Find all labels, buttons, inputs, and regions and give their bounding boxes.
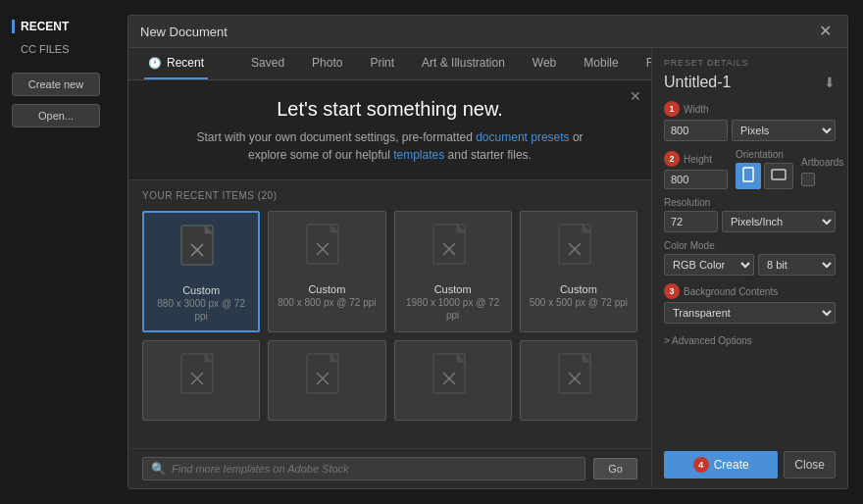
hero-banner: ✕ Let's start something new. Start with …: [128, 80, 651, 180]
resolution-input[interactable]: [664, 211, 718, 232]
close-dialog-button[interactable]: Close: [784, 451, 836, 479]
save-preset-icon[interactable]: ⬇: [824, 75, 836, 90]
tab-film-video[interactable]: Film & Video: [642, 48, 651, 79]
search-bar: 🔍 Go: [128, 448, 651, 488]
preset-details-panel: PRESET DETAILS Untitled-1 ⬇ 1 Width Pixe…: [651, 48, 847, 488]
recent-item-label-0: Custom 880 x 3000 px @ 72 ppi: [152, 283, 250, 323]
width-field-group: 1 Width Pixels Inches cm mm: [664, 101, 836, 141]
create-button[interactable]: 4 Create: [664, 451, 778, 479]
action-buttons-row: 4 Create Close: [664, 443, 836, 479]
doc-icon-4: [179, 353, 223, 406]
height-orientation-group: 2 Height Orientation: [664, 149, 836, 189]
dialog-title: New Document: [140, 25, 228, 39]
recent-item-2[interactable]: Custom 1980 x 1000 px @ 72 ppi: [394, 211, 512, 332]
preset-name-row: Untitled-1 ⬇: [664, 74, 836, 91]
doc-icon-2: [432, 224, 475, 277]
tab-print[interactable]: Print: [366, 48, 398, 79]
recent-header: YOUR RECENT ITEMS (20): [142, 190, 637, 201]
recent-item-label-3: Custom 500 x 500 px @ 72 ppi: [530, 282, 628, 309]
recent-item-4[interactable]: [142, 340, 260, 421]
resolution-input-row: Pixels/Inch Pixels/Cm: [664, 211, 836, 232]
recent-item-label-1: Custom 800 x 800 px @ 72 ppi: [278, 282, 376, 309]
search-go-button[interactable]: Go: [593, 458, 637, 479]
resolution-label: Resolution: [664, 197, 836, 208]
create-new-button[interactable]: Create new: [12, 73, 100, 96]
step-badge-1: 1: [664, 101, 680, 117]
recent-item-3[interactable]: Custom 500 x 500 px @ 72 ppi: [520, 211, 637, 332]
height-label: 2 Height: [664, 151, 728, 167]
dialog-left-panel: 🕐 Recent Saved Photo Print Art & Illustr…: [128, 48, 651, 488]
hero-link-presets[interactable]: document presets: [476, 130, 569, 144]
sidebar-recent-label: RECENT: [21, 20, 69, 33]
sidebar-recent-section: RECENT: [12, 20, 116, 33]
portrait-button[interactable]: [736, 163, 761, 189]
dialog-body: 🕐 Recent Saved Photo Print Art & Illustr…: [128, 48, 847, 488]
width-label: 1 Width: [664, 101, 836, 117]
search-icon: 🔍: [151, 462, 166, 476]
bg-contents-field-group: 3 Background Contents Transparent White …: [664, 283, 836, 324]
tab-saved[interactable]: Saved: [247, 48, 288, 79]
dialog-close-button[interactable]: ✕: [815, 24, 836, 39]
hero-close-button[interactable]: ✕: [630, 88, 641, 104]
tab-art-illustration[interactable]: Art & Illustration: [418, 48, 509, 79]
tabs-bar: 🕐 Recent Saved Photo Print Art & Illustr…: [128, 48, 651, 80]
svg-rect-25: [772, 170, 786, 179]
bg-contents-select[interactable]: Transparent White Background Color: [664, 302, 836, 324]
preset-section-label: PRESET DETAILS: [664, 58, 836, 68]
recent-item-5[interactable]: [268, 340, 385, 421]
tab-photo[interactable]: Photo: [308, 48, 346, 79]
doc-icon-5: [305, 353, 348, 406]
doc-icon-7: [557, 353, 600, 406]
doc-icon-6: [432, 353, 475, 406]
color-mode-field-group: Color Mode RGB Color CMYK Color Grayscal…: [664, 240, 836, 276]
sidebar: RECENT CC FILES Create new Open...: [0, 0, 127, 504]
landscape-button[interactable]: [764, 163, 793, 189]
tab-mobile[interactable]: Mobile: [580, 48, 622, 79]
recent-item-7[interactable]: [520, 340, 637, 421]
resolution-unit-select[interactable]: Pixels/Inch Pixels/Cm: [722, 211, 836, 232]
new-document-dialog: New Document ✕ 🕐 Recent Saved Photo Prin…: [127, 15, 848, 489]
hero-description: Start with your own document settings, p…: [148, 128, 632, 164]
sidebar-cc-files-label: CC FILES: [12, 43, 116, 55]
step-badge-3: 3: [664, 283, 680, 299]
open-button[interactable]: Open...: [12, 104, 100, 127]
bg-contents-input-row: Transparent White Background Color: [664, 302, 836, 324]
color-mode-label: Color Mode: [664, 240, 836, 251]
height-input[interactable]: [664, 170, 728, 189]
tab-recent[interactable]: 🕐 Recent: [144, 48, 208, 79]
recent-clock-icon: 🕐: [148, 57, 162, 70]
width-unit-select[interactable]: Pixels Inches cm mm: [732, 120, 836, 141]
width-input[interactable]: [664, 120, 728, 141]
doc-icon-1: [305, 224, 348, 277]
bg-contents-label: 3 Background Contents: [664, 283, 836, 299]
hero-link-templates[interactable]: templates: [393, 148, 444, 162]
hero-title: Let's start something new.: [148, 98, 632, 121]
width-input-row: Pixels Inches cm mm: [664, 120, 836, 141]
recent-area: YOUR RECENT ITEMS (20): [128, 180, 651, 448]
recent-item-label-2: Custom 1980 x 1000 px @ 72 ppi: [403, 282, 503, 322]
tab-web[interactable]: Web: [529, 48, 560, 79]
recent-item-0[interactable]: Custom 880 x 3000 px @ 72 ppi: [142, 211, 260, 332]
artboards-label: Artboards: [801, 157, 843, 168]
search-input-wrap: 🔍: [142, 457, 585, 480]
resolution-field-group: Resolution Pixels/Inch Pixels/Cm: [664, 197, 836, 232]
recent-item-1[interactable]: Custom 800 x 800 px @ 72 ppi: [268, 211, 385, 332]
advanced-options-toggle[interactable]: > Advanced Options: [664, 335, 836, 346]
dialog-titlebar: New Document ✕: [128, 16, 847, 48]
recent-item-6[interactable]: [394, 340, 512, 421]
bit-depth-select[interactable]: 8 bit 16 bit 32 bit: [758, 254, 836, 276]
hero-desc-after: and starter files.: [444, 148, 532, 162]
orientation-buttons: [736, 163, 793, 189]
step-badge-2: 2: [664, 151, 680, 167]
search-input[interactable]: [172, 463, 577, 475]
hero-desc-before: Start with your own document settings, p…: [196, 130, 476, 144]
doc-icon-3: [557, 224, 600, 277]
preset-name: Untitled-1: [664, 74, 731, 91]
recent-items-grid: Custom 880 x 3000 px @ 72 ppi: [142, 211, 637, 421]
artboards-checkbox[interactable]: [801, 173, 815, 186]
svg-rect-24: [743, 168, 753, 181]
doc-icon-0: [179, 225, 223, 277]
color-mode-select[interactable]: RGB Color CMYK Color Grayscale: [664, 254, 754, 276]
step-badge-4: 4: [693, 457, 709, 473]
color-mode-input-row: RGB Color CMYK Color Grayscale 8 bit 16 …: [664, 254, 836, 276]
